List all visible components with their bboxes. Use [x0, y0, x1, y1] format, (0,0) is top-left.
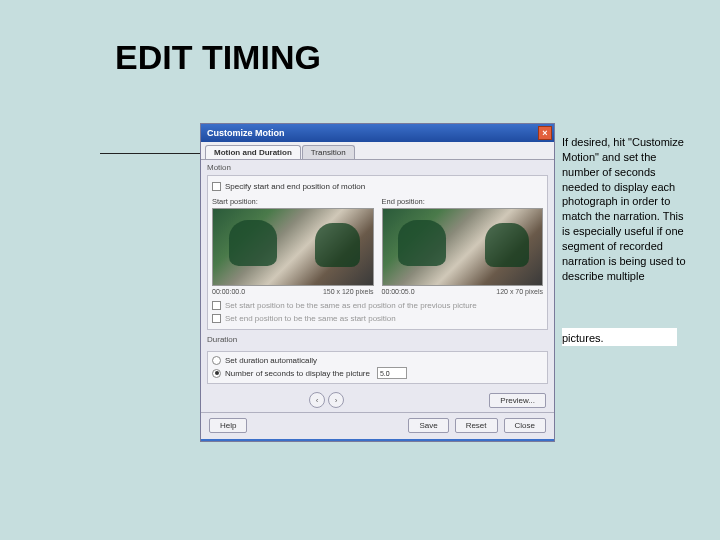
radio-icon[interactable] — [212, 369, 221, 378]
tab-transition[interactable]: Transition — [302, 145, 355, 159]
next-icon[interactable]: › — [328, 392, 344, 408]
start-pos-label: Start position: — [212, 197, 374, 206]
help-button[interactable]: Help — [209, 418, 247, 433]
end-dims: 120 x 70 pixels — [496, 288, 543, 295]
tabs: Motion and Duration Transition — [201, 142, 554, 160]
start-dims: 150 x 120 pixels — [323, 288, 374, 295]
prev-icon[interactable]: ‹ — [309, 392, 325, 408]
titlebar: Customize Motion × — [201, 124, 554, 142]
radio-icon[interactable] — [212, 356, 221, 365]
page-title: EDIT TIMING — [115, 38, 321, 77]
pointer-line — [100, 153, 208, 154]
duration-section-label: Duration — [201, 332, 554, 345]
start-thumbnail[interactable] — [212, 208, 374, 286]
specify-position-row[interactable]: Specify start and end position of motion — [212, 180, 543, 193]
num-seconds-label: Number of seconds to display the picture — [225, 369, 370, 378]
dialog-footer: Help Save Reset Close — [201, 412, 554, 439]
pictures-label: pictures. — [562, 332, 604, 344]
end-same-row: Set end position to be the same as start… — [212, 312, 543, 325]
instruction-text: If desired, hit "Customize Motion" and s… — [562, 135, 692, 283]
auto-duration-label: Set duration automatically — [225, 356, 317, 365]
checkbox-icon — [212, 301, 221, 310]
duration-box: Set duration automatically Number of sec… — [207, 351, 548, 384]
start-same-label: Set start position to be the same as end… — [225, 301, 477, 310]
close-icon[interactable]: × — [538, 126, 552, 140]
motion-box: Specify start and end position of motion… — [207, 175, 548, 330]
save-button[interactable]: Save — [408, 418, 448, 433]
start-thumb-group: Start position: 00:00:00.0 150 x 120 pix… — [212, 197, 374, 295]
seconds-spinner[interactable]: 5.0 — [377, 367, 407, 379]
checkbox-icon — [212, 314, 221, 323]
pager-row: ‹ › Preview... — [201, 388, 554, 412]
tab-motion-duration[interactable]: Motion and Duration — [205, 145, 301, 159]
preview-button[interactable]: Preview... — [489, 393, 546, 408]
end-thumbnail[interactable] — [382, 208, 544, 286]
end-thumb-group: End position: 00:00:05.0 120 x 70 pixels — [382, 197, 544, 295]
close-button[interactable]: Close — [504, 418, 546, 433]
specify-position-label: Specify start and end position of motion — [225, 182, 365, 191]
bottom-stripe — [201, 439, 554, 441]
auto-duration-row[interactable]: Set duration automatically — [212, 355, 543, 366]
end-same-label: Set end position to be the same as start… — [225, 314, 396, 323]
num-seconds-row[interactable]: Number of seconds to display the picture… — [212, 366, 543, 380]
titlebar-label: Customize Motion — [207, 128, 285, 138]
checkbox-icon[interactable] — [212, 182, 221, 191]
reset-button[interactable]: Reset — [455, 418, 498, 433]
customize-motion-dialog: Customize Motion × Motion and Duration T… — [200, 123, 555, 442]
end-pos-label: End position: — [382, 197, 544, 206]
start-time: 00:00:00.0 — [212, 288, 245, 295]
motion-section-label: Motion — [201, 160, 554, 173]
end-time: 00:00:05.0 — [382, 288, 415, 295]
start-same-row: Set start position to be the same as end… — [212, 299, 543, 312]
